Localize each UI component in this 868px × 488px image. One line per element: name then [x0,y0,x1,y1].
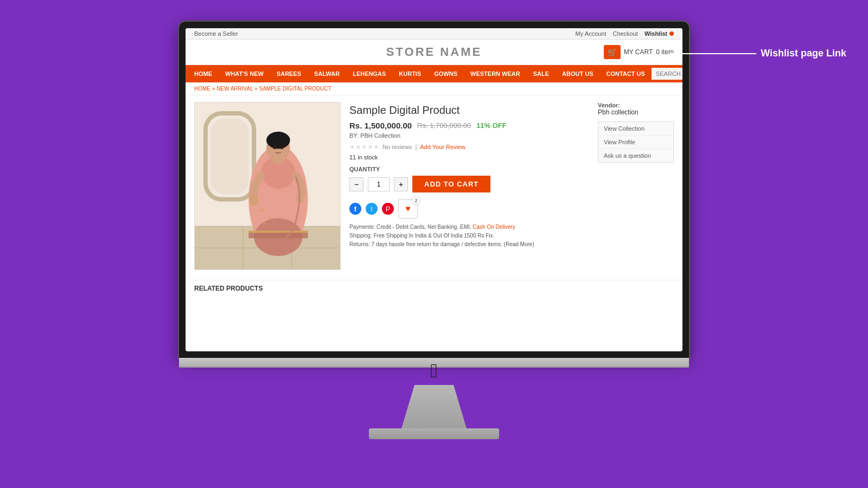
checkout-link[interactable]: Checkout [612,30,637,37]
pinterest-icon[interactable]: P [382,203,394,215]
search-input[interactable] [652,68,682,80]
nav-about-us[interactable]: ABOUT US [556,65,599,82]
payment-info: Payments: Credit - Debit Cards, Net Bank… [349,223,589,249]
ask-question-link[interactable]: Ask us a question [598,149,673,162]
topbar: Become a Seller My Account Checkout Wish… [186,28,682,40]
add-review-link[interactable]: Add Your Review [420,144,465,150]
view-profile-link[interactable]: View Profile [598,136,673,149]
stars-row: ★★★★★ No reviews | Add Your Review [349,143,589,151]
vendor-sidebar: Vendor: Pbh collection View Collection V… [598,102,674,273]
nav-whats-new[interactable]: WHAT'S NEW [219,65,270,82]
qty-increase-button[interactable]: + [394,177,408,191]
payment-text: Payments: Credit - Debit Cards, Net Bank… [349,224,471,230]
price-current: Rs. 1,500,000.00 [349,121,412,130]
product-image [194,102,341,270]
nav-sarees[interactable]: SAREES [270,65,308,82]
read-more-link[interactable]: (Read More) [504,241,534,247]
svg-point-17 [280,145,284,149]
svg-rect-2 [211,119,248,194]
svg-point-21 [264,222,266,224]
twitter-icon[interactable]: t [366,203,378,215]
my-account-link[interactable]: My Account [576,30,607,37]
heart-icon: ♥ [405,204,411,214]
become-seller-link[interactable]: Become a Seller [194,30,238,37]
vendor-label: Vendor: [598,102,674,108]
wishlist-btn-annotation: Add to Wishlist Button [381,338,487,350]
shipping-info: Shipping: Free Shipping In India & Out O… [349,232,589,240]
breadcrumb-new-arrival[interactable]: NEW ARRIVAL [216,86,253,92]
breadcrumb-sep2: » [254,86,258,92]
nav-gowns[interactable]: GOWNS [427,65,464,82]
product-area: Sample Digital Product Rs. 1,500,000.00 … [186,95,682,280]
svg-point-15 [266,132,290,149]
social-row: f t P ♥ 2 [349,199,589,219]
add-to-cart-button[interactable]: ADD TO CART [412,176,490,192]
apple-logo:  [430,359,437,382]
svg-point-16 [273,145,276,149]
monitor-foot [369,428,499,439]
cart-icon: 🛒 [604,45,621,59]
no-reviews: No reviews [382,144,412,150]
breadcrumb-home[interactable]: HOME [194,86,210,92]
nav-western-wear[interactable]: WESTERN WEAR [464,65,527,82]
site-header: STORE NAME 🛒 MY CART 0 item [186,40,682,65]
nav-contact-us[interactable]: CONTACT US [600,65,652,82]
price-off: 11% OFF [476,121,507,130]
facebook-icon[interactable]: f [349,203,361,215]
quantity-label: QUANTITY [349,166,589,172]
qty-decrease-button[interactable]: − [349,177,363,191]
breadcrumb-sep1: » [212,86,215,92]
topbar-right: My Account Checkout Wishlist [576,30,674,37]
by-vendor: BY: PBH Collection [349,132,589,139]
annotation-line [669,53,756,54]
vendor-name: Pbh collection [598,108,674,116]
add-to-wishlist-button[interactable]: ♥ 2 [398,199,418,219]
stock-info: 11 in stock [349,154,589,160]
breadcrumb: HOME » NEW ARRIVAL » SAMPLE DIGITAL PROD… [186,82,682,95]
nav-bar: HOME WHAT'S NEW SAREES SALWAR LEHENGAS K… [186,65,682,82]
wishlist-link[interactable]: Wishlist [644,30,674,37]
qty-input[interactable] [368,177,390,191]
star-rating: ★★★★★ [349,143,379,151]
svg-rect-11 [248,230,308,233]
product-title: Sample Digital Product [349,104,589,117]
product-details: Sample Digital Product Rs. 1,500,000.00 … [349,102,589,273]
vendor-box: View Collection View Profile Ask us a qu… [598,121,674,163]
svg-point-19 [260,209,264,212]
wishlist-label: Wishlist [644,30,667,37]
monitor-screen: Become a Seller My Account Checkout Wish… [179,22,689,358]
svg-point-20 [269,217,271,220]
pipe: | [415,144,417,150]
wishlist-dot [669,31,674,36]
cart-label: MY CART [624,48,653,56]
nav-kurtis[interactable]: KURTIS [392,65,427,82]
wishlist-btn-annotation-label: Add to Wishlist Button [381,338,487,349]
price-original: Rs. 1,700,000.00 [417,121,471,130]
related-products-label: RELATED PRODUCTS [194,285,263,292]
nav-lehengas[interactable]: LEHENGAS [346,65,392,82]
wishlist-count: 2 [412,196,420,205]
cart-area[interactable]: 🛒 MY CART 0 item [604,45,674,59]
view-collection-link[interactable]: View Collection [598,122,673,136]
nav-salwar[interactable]: SALWAR [308,65,346,82]
store-name: STORE NAME [386,45,482,59]
returns-info: Returns: 7 days hassle free return for d… [349,241,502,247]
price-row: Rs. 1,500,000.00 Rs. 1,700,000.00 11% OF… [349,121,589,130]
website-content: Become a Seller My Account Checkout Wish… [186,28,682,351]
nav-search [652,68,682,80]
qty-row: − + ADD TO CART [349,176,589,192]
breadcrumb-current: SAMPLE DIGITAL PRODUCT [259,86,331,92]
related-products-bar: RELATED PRODUCTS [186,280,682,297]
monitor-stand [401,385,467,428]
nav-sale[interactable]: SALE [527,65,556,82]
nav-home[interactable]: HOME [188,65,219,82]
wishlist-annotation-label: Wishlist page Link [761,48,846,59]
cod-link[interactable]: Cash On Delivery [473,224,515,230]
